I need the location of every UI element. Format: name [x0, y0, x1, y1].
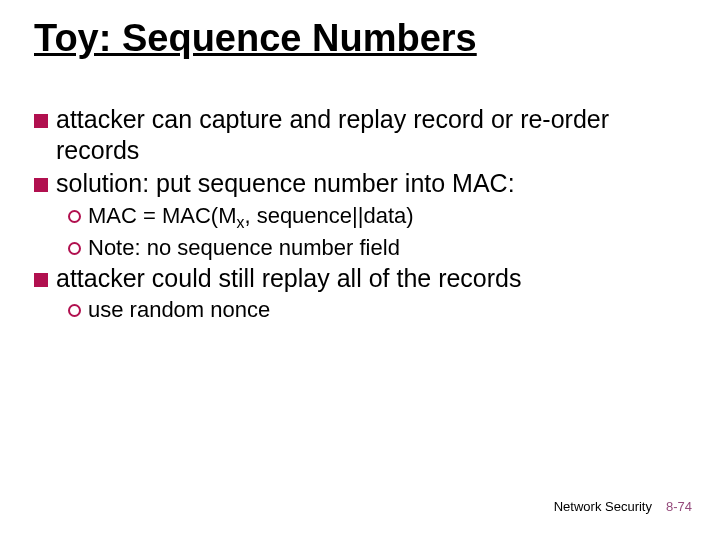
footer-section: Network Security	[554, 499, 652, 514]
bullet-replay-all: attacker could still replay all of the r…	[34, 263, 686, 294]
subbullet-note: Note: no sequence number field	[68, 234, 686, 262]
bullet-solution: solution: put sequence number into MAC:	[34, 168, 686, 199]
slide-footer: Network Security 8-74	[554, 499, 692, 514]
bullet-text: solution: put sequence number into MAC:	[56, 168, 686, 199]
circle-bullet-icon	[68, 210, 81, 223]
square-bullet-icon	[34, 273, 48, 287]
bullet-text: attacker could still replay all of the r…	[56, 263, 686, 294]
bullet-text: attacker can capture and replay record o…	[56, 104, 686, 167]
subbullet-text: MAC = MAC(Mx, sequence||data)	[88, 202, 686, 233]
slide-body: attacker can capture and replay record o…	[34, 104, 686, 324]
subbullet-mac-formula: MAC = MAC(Mx, sequence||data)	[68, 202, 686, 233]
circle-bullet-icon	[68, 304, 81, 317]
square-bullet-icon	[34, 114, 48, 128]
subbullet-text: use random nonce	[88, 296, 686, 324]
footer-page-number: 8-74	[666, 499, 692, 514]
slide-title: Toy: Sequence Numbers	[34, 18, 686, 60]
subbullet-text: Note: no sequence number field	[88, 234, 686, 262]
square-bullet-icon	[34, 178, 48, 192]
circle-bullet-icon	[68, 242, 81, 255]
bullet-attacker-replay: attacker can capture and replay record o…	[34, 104, 686, 167]
subbullet-nonce: use random nonce	[68, 296, 686, 324]
